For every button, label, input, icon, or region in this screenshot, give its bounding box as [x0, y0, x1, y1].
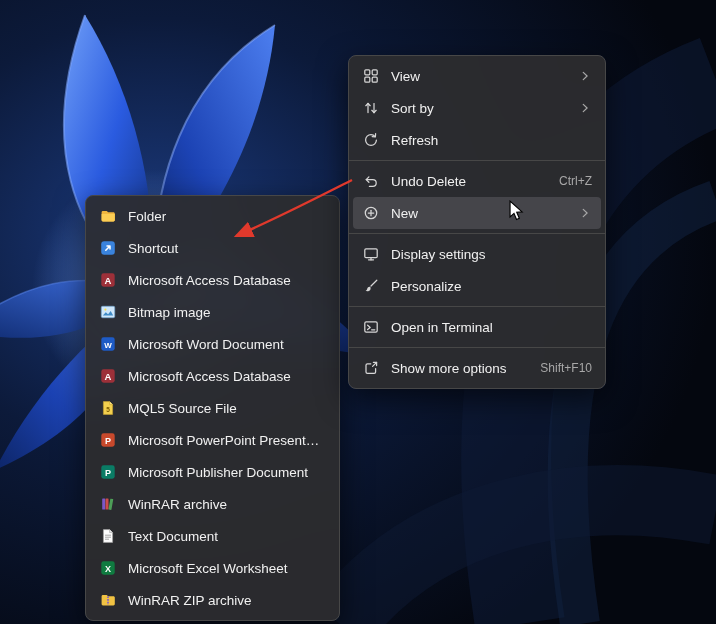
svg-text:A: A [105, 275, 112, 286]
menu-item-label: Open in Terminal [391, 320, 592, 335]
menu-item-label: Text Document [128, 529, 326, 544]
mql5-icon: 5 [99, 400, 117, 416]
menu-item-label: Microsoft Publisher Document [128, 465, 326, 480]
bitmap-icon [99, 304, 117, 320]
menu-item-label: Microsoft Access Database [128, 273, 326, 288]
svg-text:X: X [105, 564, 111, 574]
new-plus-icon [362, 205, 380, 221]
menu-item-label: WinRAR ZIP archive [128, 593, 326, 608]
menu-item-view[interactable]: View [353, 60, 601, 92]
menu-item-microsoft-word-document[interactable]: WMicrosoft Word Document [90, 328, 335, 360]
menu-item-microsoft-access-database[interactable]: AMicrosoft Access Database [90, 360, 335, 392]
word-icon: W [99, 336, 117, 352]
terminal-icon [362, 319, 380, 335]
menu-item-label: Microsoft Excel Worksheet [128, 561, 326, 576]
menu-item-show-more-options[interactable]: Show more optionsShift+F10 [353, 352, 601, 384]
menu-item-mql5-source-file[interactable]: 5MQL5 Source File [90, 392, 335, 424]
menu-item-label: Shortcut [128, 241, 326, 256]
context-menu: ViewSort byRefreshUndo DeleteCtrl+ZNewDi… [348, 55, 606, 389]
menu-item-display-settings[interactable]: Display settings [353, 238, 601, 270]
winrar-icon [99, 496, 117, 512]
menu-separator [349, 233, 605, 234]
menu-separator [349, 347, 605, 348]
display-settings-icon [362, 246, 380, 262]
chevron-right-icon [578, 101, 592, 115]
svg-text:P: P [105, 468, 111, 478]
folder-icon [99, 208, 117, 224]
menu-item-label: Microsoft PowerPoint Presentation [128, 433, 326, 448]
menu-item-label: Bitmap image [128, 305, 326, 320]
svg-text:5: 5 [106, 406, 110, 413]
access-icon: A [99, 272, 117, 288]
menu-item-label: Undo Delete [391, 174, 545, 189]
access-icon: A [99, 368, 117, 384]
publisher-icon: P [99, 464, 117, 480]
menu-item-label: Refresh [391, 133, 592, 148]
shortcut-icon [99, 240, 117, 256]
menu-separator [349, 160, 605, 161]
sort-icon [362, 100, 380, 116]
more-options-icon [362, 360, 380, 376]
menu-item-winrar-zip-archive[interactable]: WinRAR ZIP archive [90, 584, 335, 616]
new-submenu: FolderShortcutAMicrosoft Access Database… [85, 195, 340, 621]
menu-item-label: View [391, 69, 564, 84]
menu-item-folder[interactable]: Folder [90, 200, 335, 232]
view-grid-icon [362, 68, 380, 84]
menu-item-label: Folder [128, 209, 326, 224]
menu-item-undo-delete[interactable]: Undo DeleteCtrl+Z [353, 165, 601, 197]
menu-item-winrar-archive[interactable]: WinRAR archive [90, 488, 335, 520]
desktop: FolderShortcutAMicrosoft Access Database… [0, 0, 716, 624]
menu-item-label: Microsoft Word Document [128, 337, 326, 352]
shortcut-hint: Shift+F10 [540, 361, 592, 375]
menu-item-text-document[interactable]: Text Document [90, 520, 335, 552]
menu-item-new[interactable]: New [353, 197, 601, 229]
svg-text:W: W [104, 341, 112, 350]
menu-item-label: Display settings [391, 247, 592, 262]
menu-item-microsoft-publisher-document[interactable]: PMicrosoft Publisher Document [90, 456, 335, 488]
menu-item-label: MQL5 Source File [128, 401, 326, 416]
menu-separator [349, 306, 605, 307]
menu-item-label: Personalize [391, 279, 592, 294]
menu-item-personalize[interactable]: Personalize [353, 270, 601, 302]
menu-item-microsoft-excel-worksheet[interactable]: XMicrosoft Excel Worksheet [90, 552, 335, 584]
menu-item-label: New [391, 206, 564, 221]
excel-icon: X [99, 560, 117, 576]
undo-icon [362, 173, 380, 189]
chevron-right-icon [578, 206, 592, 220]
menu-item-label: Show more options [391, 361, 526, 376]
menu-item-bitmap-image[interactable]: Bitmap image [90, 296, 335, 328]
text-icon [99, 528, 117, 544]
menu-item-sort-by[interactable]: Sort by [353, 92, 601, 124]
menu-item-refresh[interactable]: Refresh [353, 124, 601, 156]
personalize-icon [362, 278, 380, 294]
menu-item-label: Sort by [391, 101, 564, 116]
menu-item-open-in-terminal[interactable]: Open in Terminal [353, 311, 601, 343]
menu-item-microsoft-access-database[interactable]: AMicrosoft Access Database [90, 264, 335, 296]
menu-item-shortcut[interactable]: Shortcut [90, 232, 335, 264]
menu-item-label: Microsoft Access Database [128, 369, 326, 384]
refresh-icon [362, 132, 380, 148]
menu-item-label: WinRAR archive [128, 497, 326, 512]
zip-icon [99, 592, 117, 608]
svg-text:P: P [105, 436, 111, 446]
menu-item-microsoft-powerpoint-presentation[interactable]: PMicrosoft PowerPoint Presentation [90, 424, 335, 456]
powerpoint-icon: P [99, 432, 117, 448]
shortcut-hint: Ctrl+Z [559, 174, 592, 188]
chevron-right-icon [578, 69, 592, 83]
svg-text:A: A [105, 371, 112, 382]
